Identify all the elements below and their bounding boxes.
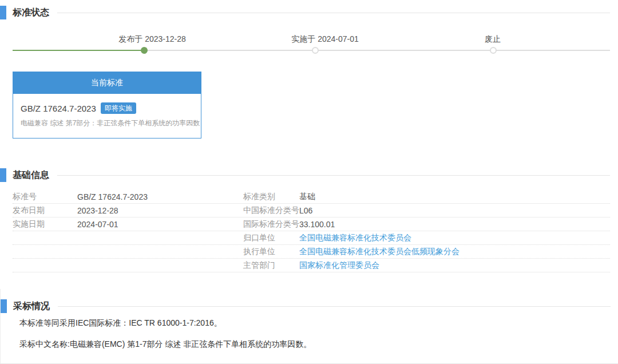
table-row: 主管部门 国家标准化管理委员会 [13,259,610,272]
field-value: GB/Z 17624.7-2023 [77,192,243,201]
field-label: 国际标准分类号 [243,219,299,230]
section-header-status: 标准状态 [0,6,610,19]
current-standard-card-body: GB/Z 17624.7-2023 即将实施 电磁兼容 综述 第7部分：非正弦条… [13,94,201,128]
table-row: 执行单位 全国电磁兼容标准化技术委员会低频现象分会 [13,245,610,259]
status-badge: 即将实施 [101,102,136,114]
standard-code: GB/Z 17624.7-2023 [21,104,96,113]
basic-info-table: 标准号 GB/Z 17624.7-2023 标准类别 基础 发布日期 2023-… [13,190,610,272]
adoption-paragraph-cn-name: 采标中文名称:电磁兼容(EMC) 第1-7部分 综述 非正弦条件下单相系统的功率… [19,339,311,350]
table-row: 归口单位 全国电磁兼容标准化技术委员会 [13,231,610,245]
timeline-label-published: 发布于 2023-12-28 [118,34,186,45]
field-label: 执行单位 [243,247,299,257]
section-title-basic-info: 基础信息 [13,169,49,181]
centralized-unit-link[interactable]: 全国电磁兼容标准化技术委员会 [299,233,610,243]
field-label: 标准号 [13,192,77,202]
field-value: 2023-12-28 [77,206,243,215]
field-label: 实施日期 [13,219,77,230]
section-title-adoption: 采标情况 [13,300,50,312]
section-marker-icon [0,168,6,182]
adoption-paragraph-iec: 本标准等同采用IEC国际标准：IEC TR 61000-1-7:2016。 [19,318,222,329]
field-value: 2024-07-01 [77,220,243,229]
timeline-dot-implemented-icon [312,47,319,54]
current-standard-card-header: 当前标准 [13,72,201,94]
timeline-dot-published-icon [141,47,148,54]
section-divider [58,306,611,307]
field-value: 33.100.01 [299,220,610,229]
section-header-adoption: 采标情况 [1,299,611,313]
field-label: 中国标准分类号 [243,205,299,216]
section-marker-icon [0,6,6,19]
timeline-label-abolished: 废止 [485,34,501,45]
field-label: 标准类别 [243,192,299,202]
section-divider [57,175,610,176]
field-value: 基础 [299,192,610,202]
section-header-basic-info: 基础信息 [0,168,610,182]
section-divider [57,13,610,13]
executing-unit-link[interactable]: 全国电磁兼容标准化技术委员会低频现象分会 [299,247,610,257]
table-row: 发布日期 2023-12-28 中国标准分类号 L06 [13,204,610,217]
field-label: 发布日期 [13,205,77,216]
current-standard-card: 当前标准 GB/Z 17624.7-2023 即将实施 电磁兼容 综述 第7部分… [13,72,201,139]
field-value: L06 [299,206,610,215]
competent-department-link[interactable]: 国家标准化管理委员会 [299,260,610,271]
field-label: 归口单位 [243,233,299,243]
table-row: 实施日期 2024-07-01 国际标准分类号 33.100.01 [13,217,610,231]
standard-name: 电磁兼容 综述 第7部分：非正弦条件下单相系统的功率因数 [21,118,193,128]
section-title-status: 标准状态 [13,7,49,19]
timeline-dot-abolished-icon [490,47,497,54]
standard-detail-page: 标准状态 发布于 2023-12-28 实施于 2024-07-01 废止 当前… [0,0,618,364]
field-label: 主管部门 [243,260,299,271]
section-marker-icon [1,299,7,313]
timeline-track-done [13,50,144,51]
timeline-label-implemented: 实施于 2024-07-01 [291,34,359,45]
table-row: 标准号 GB/Z 17624.7-2023 标准类别 基础 [13,190,610,204]
